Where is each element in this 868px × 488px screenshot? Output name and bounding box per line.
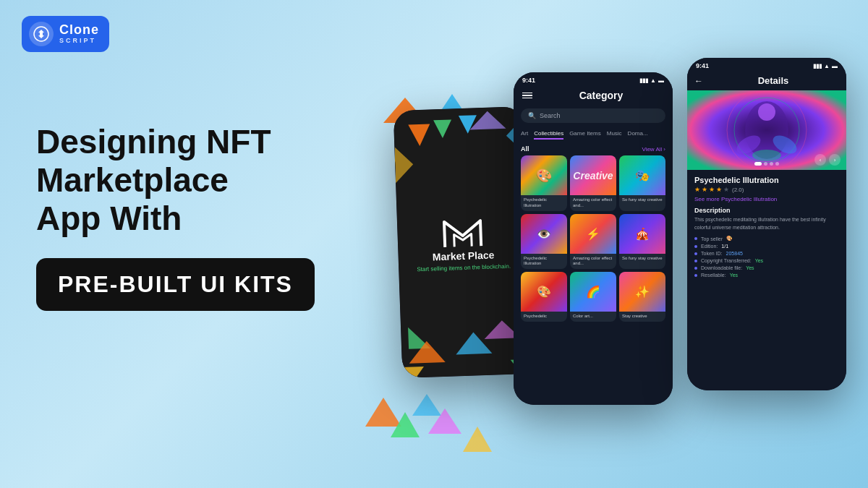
nft-label-5: Amazing color effect and... — [570, 254, 616, 270]
svg-marker-4 — [365, 398, 401, 427]
detail-copyright: Copyright Transferred: Yes — [694, 258, 839, 263]
status-icons: ▮▮▮ ▲ ▬ — [639, 77, 664, 84]
prev-arrow[interactable]: ‹ — [814, 154, 826, 166]
details-title-text: Details — [707, 75, 839, 86]
star-rating: ★ ★ ★ ★ ★ (2.0) — [694, 186, 839, 193]
logo-sub: SCRIPT — [59, 38, 99, 45]
menu-icon[interactable] — [522, 93, 532, 99]
details-wifi: ▲ — [824, 63, 830, 69]
svg-marker-20 — [402, 367, 425, 378]
nft-art-6: 🎪 — [619, 214, 665, 254]
highlight-text: PRE-BUILT UI KITS — [58, 271, 293, 297]
category-title: Category — [538, 90, 664, 101]
svg-marker-13 — [469, 111, 506, 130]
nft-card-8[interactable]: 🌈 Color art... — [570, 272, 616, 322]
tab-collectibles[interactable]: Collectibles — [534, 130, 563, 140]
nft-card-1[interactable]: 🎨 Psychedelic Illutration — [521, 155, 567, 211]
phone-splash-screen: Market Place Start selling items on the … — [393, 106, 533, 378]
splash-title: Market Place — [433, 249, 495, 262]
tab-music[interactable]: Music — [607, 130, 622, 140]
nft-label-2: Amazing color effect and... — [570, 195, 616, 211]
nft-card-6[interactable]: 🎪 So funy stay creative — [619, 214, 665, 270]
phone-header: Category — [514, 87, 673, 106]
details-status-icons: ▮▮▮ ▲ ▬ — [813, 63, 838, 69]
nft-card-2[interactable]: Creative Amazing color effect and... — [570, 155, 616, 211]
section-all-label: All — [521, 145, 529, 153]
nft-card-4[interactable]: 👁️ Psychedelic Illutration — [521, 214, 567, 270]
nft-art-2: Creative — [570, 155, 616, 195]
details-signal: ▮▮▮ — [813, 63, 822, 69]
nft-art-4: 👁️ — [521, 214, 567, 254]
nft-grid-row2: 👁️ Psychedelic Illutration ⚡ Amazing col… — [514, 214, 673, 273]
dot-4 — [775, 162, 779, 166]
search-icon: 🔍 — [528, 112, 536, 119]
detail-token: Token ID: 205845 — [694, 251, 839, 256]
tab-game-items[interactable]: Game Items — [569, 130, 601, 140]
star-3: ★ — [709, 186, 715, 193]
svg-marker-17 — [409, 341, 446, 364]
tab-art[interactable]: Art — [521, 130, 528, 140]
star-2: ★ — [702, 186, 707, 193]
nft-card-9[interactable]: ✨ Stay creative — [619, 272, 665, 322]
svg-marker-18 — [455, 332, 492, 355]
svg-marker-11 — [433, 119, 452, 138]
category-tabs: Art Collectibles Game Items Music Doma..… — [514, 126, 673, 142]
svg-marker-14 — [394, 146, 414, 183]
logo-icon — [29, 22, 54, 46]
search-bar[interactable]: 🔍 Search — [521, 108, 665, 123]
status-bar: 9:41 ▮▮▮ ▲ ▬ — [514, 72, 673, 87]
tab-domain[interactable]: Doma... — [628, 130, 648, 140]
nft-card-7[interactable]: 🎨 Psychedelic — [521, 272, 567, 322]
next-arrow[interactable]: › — [829, 154, 841, 166]
description-text: This psychedelic meditating illutration … — [694, 216, 839, 231]
nft-art-7: 🎨 — [521, 272, 567, 312]
logo-text: Clone SCRIPT — [59, 23, 99, 45]
nft-label-9: Stay creative — [619, 312, 665, 322]
detail-download: Downloadable file: Yes — [694, 265, 839, 270]
main-heading: Designing NFT Marketplace App With — [36, 123, 326, 238]
star-4: ★ — [716, 186, 722, 193]
see-more-link[interactable]: See more Psychedelic Illutration — [694, 196, 839, 202]
nft-card-3[interactable]: 🎭 So funy stay creative — [619, 155, 665, 211]
svg-marker-10 — [408, 124, 430, 146]
details-content: 9:41 ▮▮▮ ▲ ▬ ← Details — [687, 58, 846, 390]
svg-point-24 — [758, 103, 775, 121]
bullet-icon-5 — [694, 267, 697, 270]
splash-subtitle: Start selling items on the blockchain. — [409, 262, 518, 273]
detail-top-seller: Top seller 🎨 — [694, 236, 839, 241]
phone-category-screen: 9:41 ▮▮▮ ▲ ▬ Category 🔍 Search — [514, 72, 673, 405]
detail-resellable: Resellable: Yes — [694, 273, 839, 278]
left-content: Designing NFT Marketplace App With PRE-B… — [36, 123, 326, 311]
dot-2 — [764, 162, 767, 166]
marketplace-logo — [441, 213, 485, 250]
wifi-icon: ▲ — [650, 77, 656, 84]
svg-point-29 — [752, 150, 781, 161]
bullet-icon-4 — [694, 260, 697, 262]
nft-card-5[interactable]: ⚡ Amazing color effect and... — [570, 214, 616, 270]
hero-image: ‹ › — [687, 90, 846, 170]
view-all-link[interactable]: View All › — [642, 146, 665, 153]
section-header: All View All › — [514, 142, 673, 155]
details-time: 9:41 — [696, 62, 709, 69]
detail-edition: Edition: 1/1 — [694, 244, 839, 249]
dot-3 — [770, 162, 773, 166]
bullet-icon-2 — [694, 245, 697, 248]
description-label: Description — [694, 207, 839, 214]
logo-brand: Clone — [59, 23, 99, 38]
image-dots — [754, 162, 779, 166]
details-battery: ▬ — [832, 63, 838, 69]
star-5: ★ — [723, 186, 729, 193]
nft-art-5: ⚡ — [570, 214, 616, 254]
details-header: ← Details — [687, 72, 846, 90]
bullet-icon-3 — [694, 252, 697, 255]
nft-grid-row3: 🎨 Psychedelic 🌈 Color art... ✨ Stay crea… — [514, 272, 673, 325]
back-button[interactable]: ← — [694, 76, 703, 86]
nft-label-6: So funy stay creative — [619, 254, 665, 264]
nft-art-1: 🎨 — [521, 155, 567, 195]
nft-art-9: ✨ — [619, 272, 665, 312]
nft-detail-name: Psychedelic Illutration — [694, 176, 839, 184]
battery-icon: ▬ — [658, 77, 664, 84]
nav-arrows: ‹ › — [814, 154, 841, 166]
phones-container: Market Place Start selling items on the … — [398, 36, 846, 470]
svg-marker-16 — [408, 327, 430, 349]
